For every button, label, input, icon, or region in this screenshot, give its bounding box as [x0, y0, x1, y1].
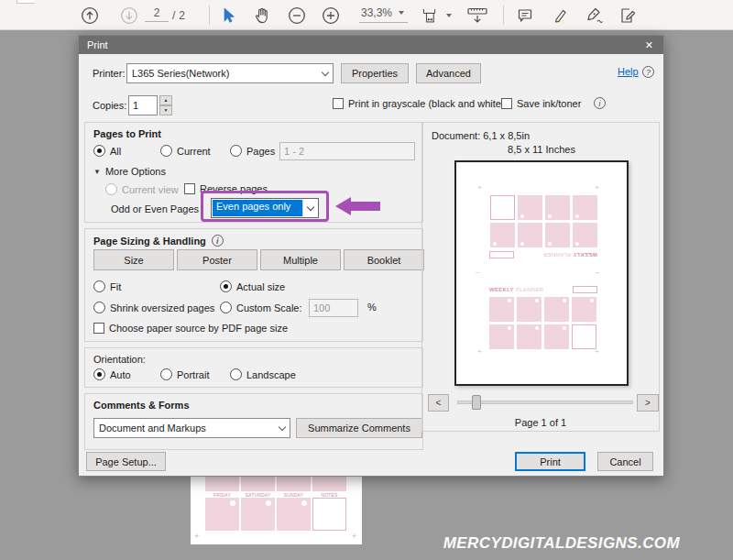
radio-icon: [220, 280, 232, 292]
select-tool-icon[interactable]: [217, 5, 239, 27]
radio-current-view[interactable]: Current view: [105, 183, 179, 195]
save-ink-checkbox[interactable]: Save ink/toner: [501, 98, 581, 109]
planner-day-box: [489, 324, 514, 349]
spinner-up-icon[interactable]: ▲: [159, 95, 172, 105]
annotation-highlight-box: [201, 191, 329, 222]
more-options-toggle[interactable]: ▼ More Options: [93, 166, 166, 177]
next-view-icon[interactable]: [118, 5, 140, 27]
planner-day-box: [517, 324, 542, 349]
toolbar-separator: [503, 5, 504, 25]
planner-day-box: [573, 195, 597, 220]
poster-button[interactable]: Poster: [177, 249, 257, 270]
dialog-titlebar: Print ✕: [79, 36, 663, 54]
zoom-level-dropdown[interactable]: 33,3%: [359, 6, 408, 23]
booklet-button[interactable]: Booklet: [344, 249, 424, 270]
cancel-button[interactable]: Cancel: [597, 452, 653, 471]
page-sizing-group: Page Sizing & Handling i Size Poster Mul…: [84, 228, 423, 342]
actual-size-label: Actual size: [236, 281, 285, 292]
comments-forms-select[interactable]: Document and Markups: [93, 418, 290, 438]
info-icon[interactable]: i: [594, 97, 606, 109]
preview-slider-track[interactable]: [457, 401, 633, 404]
close-icon[interactable]: ✕: [643, 39, 655, 51]
crop-mark: +: [352, 533, 356, 541]
preview-slider-thumb[interactable]: [472, 395, 481, 410]
planner-label-tag: [489, 251, 514, 258]
page-sizing-title: Page Sizing & Handling i: [93, 235, 224, 247]
preview-next-button[interactable]: >: [637, 394, 659, 412]
planner-day-box: [544, 297, 569, 322]
comment-icon[interactable]: [514, 5, 536, 27]
radio-icon: [93, 368, 105, 380]
checkbox-icon: [93, 323, 104, 334]
page-setup-button[interactable]: Page Setup...: [86, 452, 166, 471]
radio-shrink[interactable]: Shrink oversized pages: [93, 302, 214, 313]
help-link[interactable]: Help: [618, 66, 639, 77]
planner-day-box: [572, 297, 596, 322]
fit-page-icon[interactable]: [421, 5, 452, 27]
planner-notes-box: [490, 195, 515, 220]
more-options-label: More Options: [105, 166, 166, 177]
radio-custom-scale[interactable]: Custom Scale:: [220, 302, 302, 313]
radio-all-label: All: [110, 146, 121, 157]
summarize-comments-button[interactable]: Summarize Comments: [296, 418, 422, 438]
radio-current-label: Current: [177, 146, 211, 157]
radio-pages[interactable]: Pages: [230, 145, 275, 157]
grayscale-checkbox[interactable]: Print in grayscale (black and white): [333, 98, 505, 109]
choose-paper-label: Choose paper source by PDF page size: [109, 323, 288, 334]
planner-day-box: [517, 297, 542, 322]
planner-notes-box: [572, 324, 596, 349]
zoom-out-icon[interactable]: [286, 5, 308, 27]
sign-icon[interactable]: [581, 5, 608, 27]
radio-icon: [160, 368, 172, 380]
auto-label: Auto: [110, 369, 131, 380]
radio-fit[interactable]: Fit: [93, 280, 121, 292]
background-document-page: FRIDAY SATURDAY SUNDAY NOTES + +: [191, 472, 362, 544]
pages-range-input[interactable]: 1 - 2: [279, 142, 415, 160]
hand-tool-icon[interactable]: [251, 5, 273, 27]
portrait-label: Portrait: [177, 369, 209, 380]
save-ink-label: Save ink/toner: [517, 98, 581, 109]
radio-portrait[interactable]: Portrait: [160, 368, 209, 380]
radio-icon: [230, 145, 242, 157]
size-button[interactable]: Size: [93, 249, 174, 270]
planner-half: WEEKLY PLANNER: [489, 284, 597, 349]
copies-stepper[interactable]: ▲ ▼: [159, 95, 172, 115]
copies-input[interactable]: 1: [128, 95, 158, 115]
document-size-label: Document: 6,1 x 8,5in: [432, 130, 530, 141]
previous-view-icon[interactable]: [79, 5, 101, 27]
spinner-down-icon[interactable]: ▼: [159, 105, 172, 115]
page-current[interactable]: 2: [145, 6, 169, 22]
highlighter-icon[interactable]: [549, 5, 571, 27]
zoom-in-icon[interactable]: [320, 5, 342, 27]
radio-actual-size[interactable]: Actual size: [220, 280, 285, 292]
custom-scale-input[interactable]: 100: [309, 299, 358, 317]
properties-button[interactable]: Properties: [341, 63, 409, 83]
current-view-label: Current view: [122, 184, 179, 195]
info-icon[interactable]: i: [212, 235, 224, 247]
fit-width-icon[interactable]: [464, 5, 491, 27]
radio-icon: [230, 368, 242, 380]
choose-paper-checkbox[interactable]: Choose paper source by PDF page size: [93, 323, 288, 334]
help-icon[interactable]: ?: [642, 66, 654, 78]
print-preview-pane: Document: 6,1 x 8,5in 8,5 x 11 Inches + …: [421, 122, 660, 432]
paper-size-label: 8,5 x 11 Inches: [454, 144, 629, 155]
advanced-button[interactable]: Advanced: [416, 63, 481, 83]
radio-auto[interactable]: Auto: [93, 368, 131, 380]
crop-mark: +: [477, 348, 482, 356]
preview-prev-button[interactable]: <: [428, 394, 449, 412]
printer-select[interactable]: L365 Series(Network): [126, 63, 334, 83]
planner-day-box: [489, 297, 514, 322]
print-button[interactable]: Print: [515, 452, 585, 471]
radio-icon: [220, 302, 232, 313]
fill-sign-icon[interactable]: [616, 5, 638, 27]
radio-landscape[interactable]: Landscape: [230, 368, 296, 380]
crop-mark: +: [194, 533, 199, 541]
planner-subtitle: PLANNER: [543, 252, 571, 258]
crop-mark: +: [477, 184, 482, 192]
multiple-button[interactable]: Multiple: [260, 249, 341, 270]
radio-all[interactable]: All: [93, 145, 121, 157]
printer-label: Printer:: [93, 68, 125, 79]
radio-current[interactable]: Current: [160, 145, 211, 157]
radio-icon: [93, 280, 105, 292]
page-number-field[interactable]: 2 / 2: [145, 6, 185, 22]
